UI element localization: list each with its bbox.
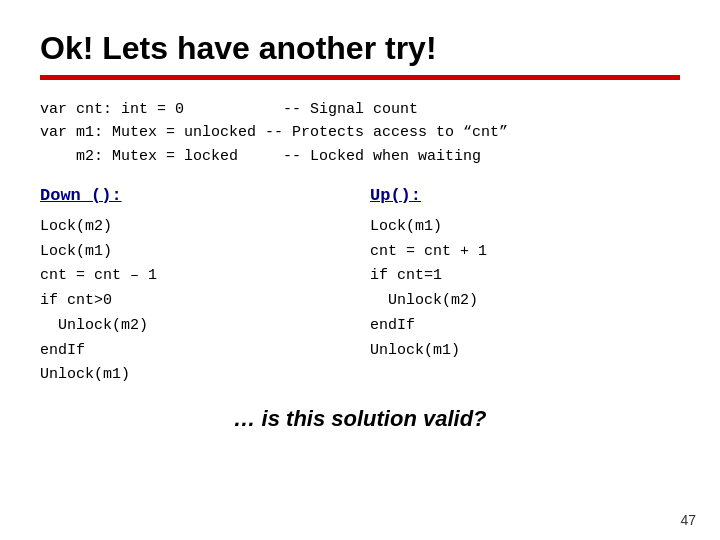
- slide: Ok! Lets have another try! var cnt: int …: [0, 0, 720, 540]
- down-section: Down (): Lock(m2) Lock(m1) cnt = cnt – 1…: [40, 186, 370, 388]
- up-header: Up():: [370, 186, 680, 205]
- down-header: Down ():: [40, 186, 350, 205]
- up-line-2: cnt = cnt + 1: [370, 240, 680, 265]
- var-code-1: var cnt: int = 0: [40, 101, 274, 118]
- slide-number: 47: [680, 512, 696, 528]
- down-line-2: Lock(m1): [40, 240, 350, 265]
- page-title: Ok! Lets have another try!: [40, 30, 680, 67]
- var-comment-2: -- Protects access to “cnt”: [265, 124, 508, 141]
- two-column-section: Down (): Lock(m2) Lock(m1) cnt = cnt – 1…: [40, 186, 680, 388]
- up-line-3: if cnt=1: [370, 264, 680, 289]
- var-line-2: var m1: Mutex = unlocked -- Protects acc…: [40, 121, 680, 144]
- up-line-4: Unlock(m2): [370, 289, 680, 314]
- var-code-3: m2: Mutex = locked: [40, 148, 274, 165]
- down-code-block: Lock(m2) Lock(m1) cnt = cnt – 1 if cnt>0…: [40, 215, 350, 388]
- down-line-6: endIf: [40, 339, 350, 364]
- down-line-5: Unlock(m2): [40, 314, 350, 339]
- var-line-3: m2: Mutex = locked -- Locked when waitin…: [40, 145, 680, 168]
- up-line-1: Lock(m1): [370, 215, 680, 240]
- down-line-4: if cnt>0: [40, 289, 350, 314]
- var-comment-3: -- Locked when waiting: [283, 148, 481, 165]
- bottom-question: … is this solution valid?: [40, 406, 680, 432]
- up-line-5: endIf: [370, 314, 680, 339]
- red-divider: [40, 75, 680, 80]
- down-line-7: Unlock(m1): [40, 363, 350, 388]
- up-code-block: Lock(m1) cnt = cnt + 1 if cnt=1 Unlock(m…: [370, 215, 680, 364]
- up-section: Up(): Lock(m1) cnt = cnt + 1 if cnt=1 Un…: [370, 186, 680, 388]
- down-line-1: Lock(m2): [40, 215, 350, 240]
- var-code-2: var m1: Mutex = unlocked: [40, 124, 265, 141]
- var-comment-1: -- Signal count: [283, 101, 418, 118]
- up-line-6: Unlock(m1): [370, 339, 680, 364]
- variable-declarations: var cnt: int = 0 -- Signal count var m1:…: [40, 98, 680, 168]
- down-line-3: cnt = cnt – 1: [40, 264, 350, 289]
- var-line-1: var cnt: int = 0 -- Signal count: [40, 98, 680, 121]
